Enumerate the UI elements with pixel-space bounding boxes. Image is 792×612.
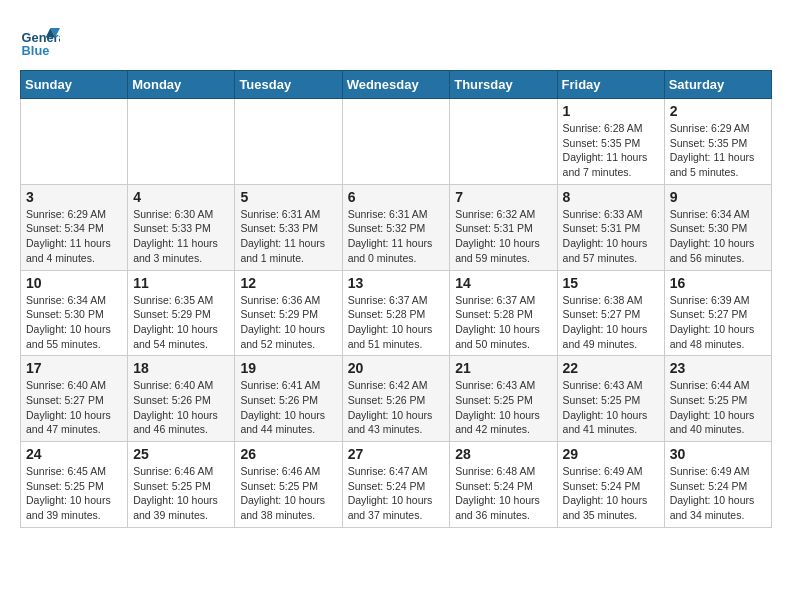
- page-header: General Blue: [20, 20, 772, 60]
- calendar-cell: 26Sunrise: 6:46 AM Sunset: 5:25 PM Dayli…: [235, 442, 342, 528]
- day-info: Sunrise: 6:30 AM Sunset: 5:33 PM Dayligh…: [133, 207, 229, 266]
- calendar-cell: 8Sunrise: 6:33 AM Sunset: 5:31 PM Daylig…: [557, 184, 664, 270]
- day-number: 15: [563, 275, 659, 291]
- day-info: Sunrise: 6:49 AM Sunset: 5:24 PM Dayligh…: [670, 464, 766, 523]
- weekday-header: Sunday: [21, 71, 128, 99]
- calendar-cell: 25Sunrise: 6:46 AM Sunset: 5:25 PM Dayli…: [128, 442, 235, 528]
- weekday-header: Monday: [128, 71, 235, 99]
- day-number: 2: [670, 103, 766, 119]
- calendar-cell: [450, 99, 557, 185]
- calendar-cell: 22Sunrise: 6:43 AM Sunset: 5:25 PM Dayli…: [557, 356, 664, 442]
- weekday-header: Tuesday: [235, 71, 342, 99]
- day-number: 17: [26, 360, 122, 376]
- calendar-cell: 3Sunrise: 6:29 AM Sunset: 5:34 PM Daylig…: [21, 184, 128, 270]
- day-number: 30: [670, 446, 766, 462]
- calendar-cell: 28Sunrise: 6:48 AM Sunset: 5:24 PM Dayli…: [450, 442, 557, 528]
- calendar-week-row: 24Sunrise: 6:45 AM Sunset: 5:25 PM Dayli…: [21, 442, 772, 528]
- calendar-cell: 15Sunrise: 6:38 AM Sunset: 5:27 PM Dayli…: [557, 270, 664, 356]
- day-number: 20: [348, 360, 445, 376]
- day-number: 7: [455, 189, 551, 205]
- calendar-cell: [235, 99, 342, 185]
- day-number: 13: [348, 275, 445, 291]
- day-info: Sunrise: 6:45 AM Sunset: 5:25 PM Dayligh…: [26, 464, 122, 523]
- calendar-cell: 20Sunrise: 6:42 AM Sunset: 5:26 PM Dayli…: [342, 356, 450, 442]
- day-number: 3: [26, 189, 122, 205]
- calendar-cell: [342, 99, 450, 185]
- calendar-cell: 9Sunrise: 6:34 AM Sunset: 5:30 PM Daylig…: [664, 184, 771, 270]
- calendar-cell: 6Sunrise: 6:31 AM Sunset: 5:32 PM Daylig…: [342, 184, 450, 270]
- day-info: Sunrise: 6:28 AM Sunset: 5:35 PM Dayligh…: [563, 121, 659, 180]
- day-info: Sunrise: 6:29 AM Sunset: 5:34 PM Dayligh…: [26, 207, 122, 266]
- calendar-week-row: 1Sunrise: 6:28 AM Sunset: 5:35 PM Daylig…: [21, 99, 772, 185]
- calendar-cell: 2Sunrise: 6:29 AM Sunset: 5:35 PM Daylig…: [664, 99, 771, 185]
- day-info: Sunrise: 6:38 AM Sunset: 5:27 PM Dayligh…: [563, 293, 659, 352]
- day-info: Sunrise: 6:46 AM Sunset: 5:25 PM Dayligh…: [133, 464, 229, 523]
- day-info: Sunrise: 6:47 AM Sunset: 5:24 PM Dayligh…: [348, 464, 445, 523]
- day-number: 8: [563, 189, 659, 205]
- day-number: 27: [348, 446, 445, 462]
- day-number: 11: [133, 275, 229, 291]
- calendar-cell: 19Sunrise: 6:41 AM Sunset: 5:26 PM Dayli…: [235, 356, 342, 442]
- day-info: Sunrise: 6:49 AM Sunset: 5:24 PM Dayligh…: [563, 464, 659, 523]
- day-number: 10: [26, 275, 122, 291]
- calendar-cell: 18Sunrise: 6:40 AM Sunset: 5:26 PM Dayli…: [128, 356, 235, 442]
- weekday-header: Thursday: [450, 71, 557, 99]
- day-number: 18: [133, 360, 229, 376]
- calendar: SundayMondayTuesdayWednesdayThursdayFrid…: [20, 70, 772, 528]
- day-number: 4: [133, 189, 229, 205]
- day-info: Sunrise: 6:43 AM Sunset: 5:25 PM Dayligh…: [455, 378, 551, 437]
- day-info: Sunrise: 6:31 AM Sunset: 5:33 PM Dayligh…: [240, 207, 336, 266]
- day-info: Sunrise: 6:48 AM Sunset: 5:24 PM Dayligh…: [455, 464, 551, 523]
- day-number: 24: [26, 446, 122, 462]
- calendar-cell: 23Sunrise: 6:44 AM Sunset: 5:25 PM Dayli…: [664, 356, 771, 442]
- day-info: Sunrise: 6:34 AM Sunset: 5:30 PM Dayligh…: [26, 293, 122, 352]
- calendar-cell: [21, 99, 128, 185]
- calendar-week-row: 10Sunrise: 6:34 AM Sunset: 5:30 PM Dayli…: [21, 270, 772, 356]
- day-number: 22: [563, 360, 659, 376]
- day-number: 29: [563, 446, 659, 462]
- day-info: Sunrise: 6:37 AM Sunset: 5:28 PM Dayligh…: [455, 293, 551, 352]
- logo: General Blue: [20, 20, 60, 60]
- calendar-cell: 10Sunrise: 6:34 AM Sunset: 5:30 PM Dayli…: [21, 270, 128, 356]
- calendar-cell: 21Sunrise: 6:43 AM Sunset: 5:25 PM Dayli…: [450, 356, 557, 442]
- day-info: Sunrise: 6:37 AM Sunset: 5:28 PM Dayligh…: [348, 293, 445, 352]
- calendar-cell: 7Sunrise: 6:32 AM Sunset: 5:31 PM Daylig…: [450, 184, 557, 270]
- day-number: 19: [240, 360, 336, 376]
- calendar-cell: 12Sunrise: 6:36 AM Sunset: 5:29 PM Dayli…: [235, 270, 342, 356]
- day-number: 1: [563, 103, 659, 119]
- calendar-cell: 17Sunrise: 6:40 AM Sunset: 5:27 PM Dayli…: [21, 356, 128, 442]
- calendar-cell: 5Sunrise: 6:31 AM Sunset: 5:33 PM Daylig…: [235, 184, 342, 270]
- day-info: Sunrise: 6:44 AM Sunset: 5:25 PM Dayligh…: [670, 378, 766, 437]
- day-number: 28: [455, 446, 551, 462]
- day-info: Sunrise: 6:29 AM Sunset: 5:35 PM Dayligh…: [670, 121, 766, 180]
- day-number: 12: [240, 275, 336, 291]
- calendar-cell: 4Sunrise: 6:30 AM Sunset: 5:33 PM Daylig…: [128, 184, 235, 270]
- day-info: Sunrise: 6:41 AM Sunset: 5:26 PM Dayligh…: [240, 378, 336, 437]
- calendar-cell: 29Sunrise: 6:49 AM Sunset: 5:24 PM Dayli…: [557, 442, 664, 528]
- day-info: Sunrise: 6:39 AM Sunset: 5:27 PM Dayligh…: [670, 293, 766, 352]
- day-info: Sunrise: 6:35 AM Sunset: 5:29 PM Dayligh…: [133, 293, 229, 352]
- weekday-header: Wednesday: [342, 71, 450, 99]
- calendar-cell: 16Sunrise: 6:39 AM Sunset: 5:27 PM Dayli…: [664, 270, 771, 356]
- day-info: Sunrise: 6:31 AM Sunset: 5:32 PM Dayligh…: [348, 207, 445, 266]
- svg-text:Blue: Blue: [22, 43, 50, 58]
- day-info: Sunrise: 6:36 AM Sunset: 5:29 PM Dayligh…: [240, 293, 336, 352]
- day-info: Sunrise: 6:40 AM Sunset: 5:27 PM Dayligh…: [26, 378, 122, 437]
- day-info: Sunrise: 6:42 AM Sunset: 5:26 PM Dayligh…: [348, 378, 445, 437]
- day-info: Sunrise: 6:43 AM Sunset: 5:25 PM Dayligh…: [563, 378, 659, 437]
- day-number: 5: [240, 189, 336, 205]
- day-number: 25: [133, 446, 229, 462]
- calendar-cell: 11Sunrise: 6:35 AM Sunset: 5:29 PM Dayli…: [128, 270, 235, 356]
- calendar-cell: 30Sunrise: 6:49 AM Sunset: 5:24 PM Dayli…: [664, 442, 771, 528]
- calendar-cell: 14Sunrise: 6:37 AM Sunset: 5:28 PM Dayli…: [450, 270, 557, 356]
- weekday-header: Friday: [557, 71, 664, 99]
- logo-icon: General Blue: [20, 20, 60, 60]
- day-info: Sunrise: 6:46 AM Sunset: 5:25 PM Dayligh…: [240, 464, 336, 523]
- day-number: 16: [670, 275, 766, 291]
- calendar-week-row: 17Sunrise: 6:40 AM Sunset: 5:27 PM Dayli…: [21, 356, 772, 442]
- day-number: 21: [455, 360, 551, 376]
- day-info: Sunrise: 6:40 AM Sunset: 5:26 PM Dayligh…: [133, 378, 229, 437]
- weekday-header: Saturday: [664, 71, 771, 99]
- calendar-week-row: 3Sunrise: 6:29 AM Sunset: 5:34 PM Daylig…: [21, 184, 772, 270]
- calendar-cell: [128, 99, 235, 185]
